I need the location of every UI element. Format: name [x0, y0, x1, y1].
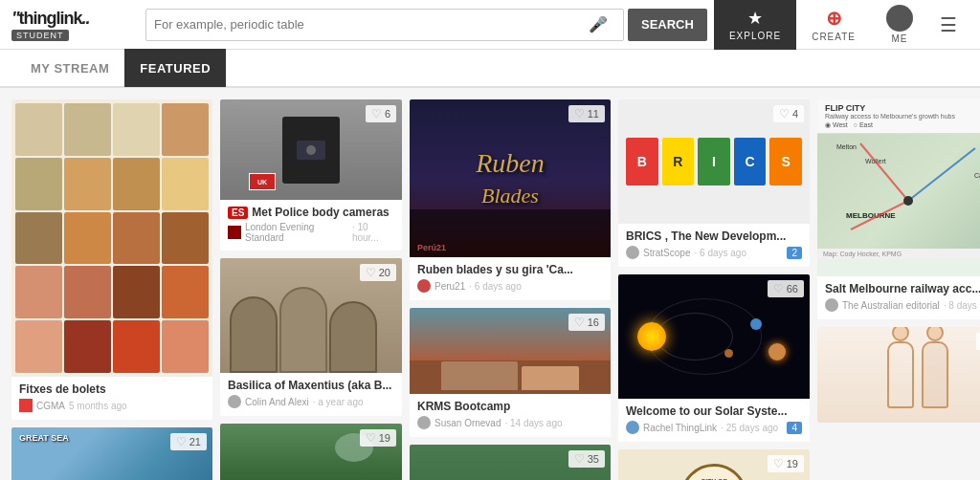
search-button[interactable]: SEARCH	[628, 9, 707, 41]
card-police-body: ESMet Police body cameras London Evening…	[220, 200, 402, 251]
create-label: CrEATE	[812, 32, 856, 42]
heart-icon: ♡	[773, 457, 784, 470]
card-krms-like: ♡ 16	[568, 314, 605, 331]
card-police[interactable]: UK ♡ 6 ESMet Police body cameras London …	[220, 99, 402, 251]
card-flip-meta: The Australian editorial · 8 days ago	[825, 298, 980, 312]
col-0: Fitxes de bolets CGMA 5 months ago GREAT…	[11, 99, 212, 480]
author-name: The Australian editorial	[842, 300, 940, 311]
nav-create[interactable]: ⊕ CrEATE	[796, 0, 871, 50]
author-icon	[19, 399, 33, 412]
like-count: 4	[792, 108, 798, 120]
card-police-img: UK ♡ 6	[220, 99, 402, 200]
author-avatar	[825, 298, 838, 312]
heart-icon: ♡	[371, 107, 382, 120]
card-krms-body: KRMS Bootcamp Susan Ornevad · 14 days ag…	[410, 394, 611, 437]
card-solar[interactable]: ♡ 66 Welcome to our Solar Syste... Rache…	[618, 274, 810, 442]
card-ruben-like: ♡ 11	[568, 105, 605, 122]
card-great-sea[interactable]: GREAT SEA ♡ 21	[11, 427, 212, 480]
card-basilica-body: Basilica of Maxentius (aka B... Colin An…	[220, 373, 402, 416]
nav-me[interactable]: ME	[871, 0, 928, 50]
like-count: 35	[588, 453, 599, 465]
logo-area: "thinglink.. STUDENT	[11, 9, 126, 41]
time-ago: · 6 days ago	[469, 281, 521, 292]
author-name: CGMA	[36, 401, 65, 411]
search-area: 🎤	[145, 9, 624, 41]
like-badge: ♡ 21	[170, 433, 207, 450]
card-ruben-title: Ruben blades y su gira 'Ca...	[417, 263, 603, 276]
card-aerial-like: ♡ 19	[360, 429, 396, 447]
heart-icon: ♡	[366, 431, 376, 445]
mic-icon[interactable]: 🎤	[589, 15, 608, 33]
card-brics-meta: StratScope · 6 days ago 2	[626, 246, 802, 259]
card-brics-like: ♡ 4	[773, 105, 804, 122]
time-ago: · 14 days ago	[505, 418, 563, 428]
card-flip-city[interactable]: FLIP CITY Railway access to Melbourne's …	[817, 99, 980, 319]
masonry-grid: Fitxes de bolets CGMA 5 months ago GREAT…	[11, 99, 969, 480]
like-count: 19	[787, 458, 798, 469]
author-name: Peru21	[434, 281, 465, 292]
card-solar-title: Welcome to our Solar Syste...	[626, 404, 802, 418]
card-city-downey[interactable]: CITY OFDOWNEY ♡ 19	[618, 449, 810, 480]
author-name: Colin And Alexi	[245, 397, 309, 407]
like-count: 16	[588, 316, 599, 328]
card-brics-body: BRICS , The New Developm... StratScope ·…	[618, 224, 810, 267]
col-3: B R I C S ♡ 4 BRICS , The New Developm..…	[618, 99, 810, 480]
author-avatar	[417, 416, 431, 429]
card-basilica-meta: Colin And Alexi · a year ago	[228, 395, 394, 408]
hamburger-menu-icon[interactable]: ☰	[928, 13, 969, 36]
time-ago: · 25 days ago	[721, 423, 778, 433]
card-brics-img: B R I C S ♡ 4	[618, 99, 810, 224]
star-icon: ★	[747, 8, 763, 29]
card-aerial[interactable]: ♡ 19	[220, 424, 402, 480]
card-great-sea-img: GREAT SEA ♡ 21	[11, 427, 212, 480]
card-ruben[interactable]: RubenBlades Perú21 ♡ 11 Ruben blades y s…	[410, 99, 611, 300]
card-flip-city-body: Salt Melbourne railway acc... The Austra…	[817, 276, 980, 319]
card-krms[interactable]: ♡ 16 KRMS Bootcamp Susan Ornevad · 14 da…	[410, 308, 611, 437]
like-count: 20	[379, 267, 390, 278]
heart-icon: ♡	[574, 316, 585, 329]
card-fitxes-img	[11, 99, 212, 377]
nav-right: ★ EXPLORE ⊕ CrEATE ME ☰	[714, 0, 969, 50]
col-2: RubenBlades Perú21 ♡ 11 Ruben blades y s…	[410, 99, 611, 480]
card-brics[interactable]: B R I C S ♡ 4 BRICS , The New Developm..…	[618, 99, 810, 267]
like-count: 19	[379, 432, 390, 444]
card-ruben-img: RubenBlades Perú21 ♡ 11	[410, 99, 611, 257]
card-human[interactable]: ♡ 55	[817, 327, 980, 423]
card-basilica-title: Basilica of Maxentius (aka B...	[228, 379, 394, 392]
svg-line-0	[860, 143, 908, 201]
card-ruben-meta: Peru21 · 6 days ago	[417, 279, 603, 293]
card-krms-title: KRMS Bootcamp	[417, 400, 603, 413]
card-solar-body: Welcome to our Solar Syste... Rachel Thi…	[618, 399, 810, 442]
card-krms-meta: Susan Ornevad · 14 days ago	[417, 416, 603, 429]
card-bottom-like: ♡ 35	[568, 450, 605, 468]
card-fitxes[interactable]: Fitxes de bolets CGMA 5 months ago	[11, 99, 212, 420]
author-icon	[228, 226, 241, 239]
like-count: 11	[588, 108, 599, 120]
card-flip-title: Salt Melbourne railway acc...	[825, 282, 980, 295]
nav-explore[interactable]: ★ EXPLORE	[714, 0, 796, 50]
card-city-downey-img: CITY OFDOWNEY ♡ 19	[618, 449, 810, 480]
card-police-title: ESMet Police body cameras	[228, 206, 394, 219]
avatar	[886, 5, 913, 32]
card-bottom-partial[interactable]: ⚽ ♡ 35	[410, 445, 611, 480]
card-bottom-img: ⚽ ♡ 35	[410, 445, 611, 480]
author-avatar	[626, 421, 639, 434]
svg-line-1	[908, 148, 975, 201]
card-basilica-like: ♡ 20	[360, 264, 396, 281]
card-fitxes-body: Fitxes de bolets CGMA 5 months ago	[11, 377, 212, 420]
es-badge: ES	[228, 207, 248, 219]
card-solar-meta: Rachel ThingLink · 25 days ago 4	[626, 421, 802, 434]
like-count: 6	[385, 108, 390, 120]
me-label: ME	[892, 33, 908, 44]
author-name: Rachel ThingLink	[643, 423, 717, 433]
tab-my-stream[interactable]: MY STREAM	[15, 49, 124, 87]
card-basilica[interactable]: ♡ 20 Basilica of Maxentius (aka B... Col…	[220, 258, 402, 416]
col-1: UK ♡ 6 ESMet Police body cameras London …	[220, 99, 402, 480]
card-solar-img: ♡ 66	[618, 274, 810, 399]
author-avatar	[626, 246, 639, 259]
heart-icon: ♡	[779, 107, 790, 120]
search-input[interactable]	[154, 17, 589, 32]
tab-featured[interactable]: FEATURED	[124, 49, 226, 87]
time-ago: · 8 days ago	[944, 300, 980, 311]
card-police-like: ♡ 6	[366, 105, 396, 122]
